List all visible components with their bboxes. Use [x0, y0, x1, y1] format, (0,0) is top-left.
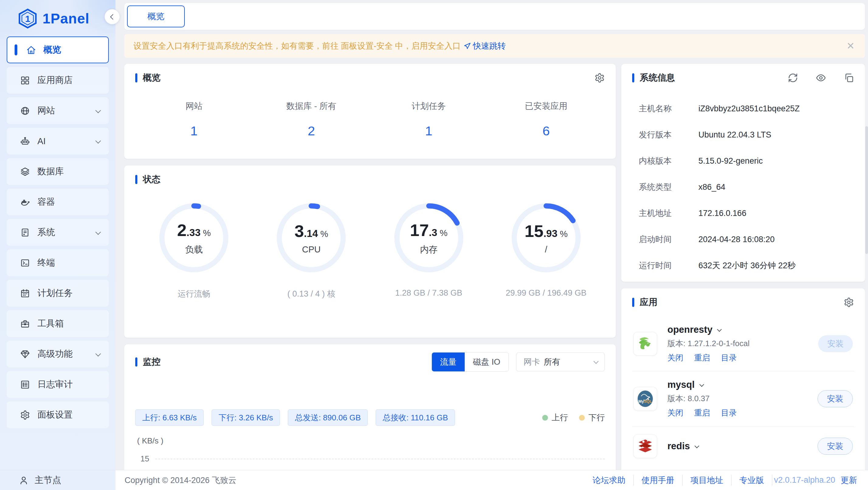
navigation-arrow-icon — [464, 42, 471, 50]
legend-up[interactable]: 上行 — [542, 412, 568, 423]
sidebar-item-advanced[interactable]: 高级功能 — [7, 341, 109, 368]
table-row: 启动时间 2024-04-28 16:08:20 — [632, 226, 854, 253]
system-info-table: 主机名称 iZ8vbbyz2u3851c1bqee25Z 发行版本 Ubuntu… — [632, 95, 854, 279]
gauge-label: CPU — [302, 244, 321, 255]
network-card-select[interactable]: 网卡 所有 — [516, 352, 605, 371]
sidebar-collapse-button[interactable] — [104, 9, 120, 24]
table-row: 系统类型 x86_64 — [632, 174, 854, 200]
sidebar-item-website[interactable]: 网站 — [7, 97, 109, 124]
overview-stat-installed-apps: 已安装应用 6 — [488, 100, 605, 138]
sidebar-item-database[interactable]: 数据库 — [7, 158, 109, 185]
tab-disk-io[interactable]: 磁盘 IO — [465, 352, 508, 371]
apps-card: 应用 — [621, 288, 865, 470]
link-pro-edition[interactable]: 专业版 — [732, 475, 772, 486]
app-action-restart[interactable]: 重启 — [694, 352, 710, 363]
close-icon[interactable]: ✕ — [846, 41, 855, 51]
terminal-icon — [20, 258, 30, 268]
calendar-icon — [20, 288, 30, 298]
database-icon — [20, 167, 30, 177]
sidebar-item-toolbox[interactable]: 工具箱 — [7, 310, 109, 337]
chevron-left-icon — [110, 14, 116, 20]
sidebar-item-label: 终端 — [37, 257, 55, 269]
install-button[interactable]: 安装 — [818, 335, 853, 352]
chart-y-tick: 15 — [135, 454, 149, 464]
monitor-card-title: 监控 — [135, 356, 160, 368]
container-ship-icon — [20, 197, 30, 207]
stat-value[interactable]: 6 — [488, 123, 605, 138]
update-link[interactable]: 更新 — [841, 475, 857, 486]
footer-node[interactable]: 主节点 — [0, 470, 116, 490]
main-content: 概览 设置安全入口有利于提高系统的安全性，如有需要，前往 面板设置-安全 中，启… — [116, 0, 868, 470]
overview-card: 概览 网站 1 — [124, 64, 616, 159]
tab-overview[interactable]: 概览 — [127, 5, 185, 27]
svg-text:1: 1 — [25, 14, 30, 24]
install-button[interactable]: 安装 — [817, 390, 853, 407]
gear-icon[interactable] — [844, 297, 854, 308]
apps-card-title: 应用 — [632, 296, 657, 309]
app-action-stop[interactable]: 关闭 — [668, 408, 683, 418]
overview-stat-databases: 数据库 - 所有 2 — [253, 100, 370, 138]
scrollbar-thumb[interactable] — [865, 126, 868, 254]
robot-icon — [20, 136, 30, 146]
app-store-icon — [20, 76, 30, 85]
app-action-restart[interactable]: 重启 — [694, 408, 710, 418]
app-action-directory[interactable]: 目录 — [721, 352, 737, 363]
sidebar-item-app-store[interactable]: 应用商店 — [7, 67, 109, 94]
dashboard-grid: 概览 网站 1 — [124, 64, 865, 470]
sidebar-item-label: 网站 — [37, 105, 55, 117]
gauge-value: 15.93% — [525, 221, 568, 241]
app-name-dropdown[interactable]: openresty — [668, 324, 749, 335]
chevron-down-icon — [699, 382, 704, 387]
sidebar-item-overview[interactable]: 概览 — [7, 36, 109, 63]
scrollbar-track[interactable] — [865, 32, 868, 470]
gauge-subtext: 1.28 GB / 7.38 GB — [395, 288, 462, 298]
gauge-label: 内存 — [420, 243, 438, 256]
install-button[interactable]: 安装 — [817, 438, 853, 455]
gear-icon[interactable] — [594, 73, 605, 83]
gauge-memory: 17.3% 内存 1.28 GB / 7.38 GB — [370, 201, 488, 299]
sidebar-menu: 概览 应用商店 网站 — [0, 36, 116, 428]
brand-logo-icon: 1 — [18, 8, 37, 29]
chip-total-sent: 总发送: 890.06 GB — [288, 409, 368, 426]
sidebar-item-container[interactable]: 容器 — [7, 189, 109, 215]
stat-value[interactable]: 1 — [370, 123, 488, 138]
node-label: 主节点 — [35, 474, 61, 486]
sidebar-item-cron[interactable]: 计划任务 — [7, 280, 109, 307]
gauge-subtext: 29.99 GB / 196.49 GB — [506, 288, 587, 298]
sidebar-item-label: 应用商店 — [37, 74, 73, 86]
link-forum-help[interactable]: 论坛求助 — [585, 475, 634, 486]
sidebar-item-log-audit[interactable]: 日志审计 — [7, 371, 109, 398]
app-name-dropdown[interactable]: redis — [668, 441, 698, 452]
app-name-dropdown[interactable]: mysql — [668, 379, 737, 390]
chevron-down-icon — [95, 107, 101, 113]
sidebar-item-ai[interactable]: AI — [7, 128, 109, 154]
monitor-mode-switch: 流量 磁盘 IO — [432, 352, 509, 372]
eye-icon[interactable] — [816, 73, 826, 83]
sidebar-item-panel-settings[interactable]: 面板设置 — [7, 402, 109, 428]
link-project-repo[interactable]: 项目地址 — [683, 475, 732, 486]
status-card-title: 状态 — [135, 173, 160, 185]
monitor-card: 监控 流量 磁盘 IO 网卡 所有 — [124, 344, 616, 470]
gauge-cpu: 3.14% CPU ( 0.13 / 4 ) 核 — [253, 201, 370, 299]
app-action-stop[interactable]: 关闭 — [668, 352, 683, 363]
chevron-down-icon — [717, 327, 722, 332]
sidebar-item-label: AI — [37, 136, 45, 146]
version-text: v2.0.17-alpha.20 — [774, 475, 835, 485]
quick-jump-link[interactable]: 快速跳转 — [464, 40, 506, 51]
tab-traffic[interactable]: 流量 — [432, 352, 465, 371]
sidebar-item-terminal[interactable]: 终端 — [7, 250, 109, 276]
stat-value[interactable]: 1 — [135, 123, 253, 138]
refresh-icon[interactable] — [788, 73, 798, 83]
app-action-directory[interactable]: 目录 — [721, 408, 737, 418]
sidebar-item-label: 工具箱 — [37, 318, 64, 330]
copy-icon[interactable] — [844, 73, 854, 83]
chevron-down-icon — [95, 138, 101, 143]
stat-value[interactable]: 2 — [253, 123, 370, 138]
divider — [632, 371, 854, 371]
legend-down[interactable]: 下行 — [579, 412, 605, 423]
link-user-manual[interactable]: 使用手册 — [634, 475, 683, 486]
chip-downstream: 下行: 3.26 KB/s — [212, 409, 280, 426]
sidebar-item-label: 容器 — [37, 196, 55, 208]
sidebar-item-system[interactable]: 系统 — [7, 219, 109, 246]
stat-label: 数据库 - 所有 — [253, 100, 370, 112]
